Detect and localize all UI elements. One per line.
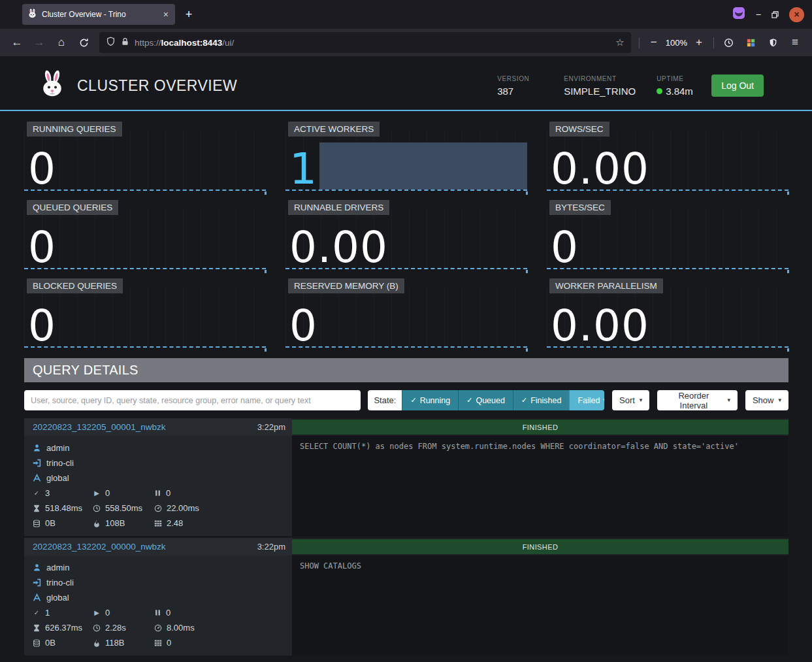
menu-icon[interactable]: ≡ <box>785 32 805 53</box>
query-header-left: 20220823_132205_00001_nwbzk 3:22pm <box>24 418 292 436</box>
splits-queued: 0 <box>166 608 171 618</box>
sparkline <box>285 288 527 348</box>
query-source: trino-cli <box>46 458 74 468</box>
splits-running: 0 <box>105 488 110 498</box>
protections-shield-icon[interactable] <box>762 32 783 53</box>
query-meta-panel: admin trino-cli global ✓1 ▶0 0 626.37ms … <box>24 555 292 655</box>
reorder-interval-dropdown[interactable]: Reorder Interval▾ <box>657 390 738 410</box>
back-button[interactable]: ← <box>7 32 27 53</box>
trino-favicon <box>27 8 37 21</box>
database-icon <box>33 639 41 647</box>
state-finished-button[interactable]: ✓Finished <box>513 390 569 410</box>
query-details-header: QUERY DETAILS <box>24 358 788 382</box>
hourglass-icon <box>33 505 41 512</box>
show-dropdown[interactable]: Show▾ <box>745 390 788 410</box>
cpu-gauge-icon <box>154 505 162 512</box>
state-failed-dropdown[interactable]: Failed▾ <box>569 390 604 410</box>
sort-dropdown[interactable]: Sort▾ <box>612 390 649 410</box>
source-icon <box>33 578 41 587</box>
check-icon: ✓ <box>521 396 527 405</box>
close-button[interactable]: × <box>789 7 804 22</box>
play-icon: ▶ <box>93 609 101 616</box>
cpu-time: 22.00ms <box>167 503 199 513</box>
user-icon <box>33 563 41 572</box>
query-sql-panel: SELECT COUNT(*) as nodes FROM system.run… <box>292 436 788 536</box>
check-icon: ✓ <box>33 489 41 497</box>
extension-pinwheel-icon[interactable] <box>740 32 761 53</box>
state-filter-group: State: ✓Running ✓Queued ✓Finished Failed… <box>368 390 604 410</box>
tracking-shield-icon[interactable] <box>106 37 116 49</box>
stat-label: ACTIVE WORKERS <box>288 122 380 137</box>
database-icon <box>33 520 41 527</box>
query-progress-track: FINISHED <box>292 538 788 555</box>
trino-logo[interactable] <box>38 70 67 101</box>
source-icon <box>33 459 41 467</box>
state-label: State: <box>368 390 402 410</box>
parallelism: 0 <box>167 638 171 648</box>
tab-close-icon[interactable]: × <box>162 9 170 20</box>
query-filter-input[interactable] <box>24 390 361 410</box>
stat-value: 0.00 <box>551 306 649 347</box>
query-id-link[interactable]: 20220823_132202_00000_nwbzk <box>33 542 165 552</box>
trino-cluster-overview-page: CLUSTER OVERVIEW VERSION 387 ENVIRONMENT… <box>0 56 812 662</box>
logout-button[interactable]: Log Out <box>711 74 764 97</box>
lock-icon[interactable] <box>121 37 129 48</box>
query-user: admin <box>46 443 69 453</box>
minimize-button[interactable]: − <box>756 9 761 20</box>
history-icon[interactable] <box>718 32 739 53</box>
toolbar-divider <box>713 37 714 48</box>
query-sql-text: SELECT COUNT(*) as nodes FROM system.run… <box>292 436 788 457</box>
zoom-in-button[interactable]: + <box>691 32 707 53</box>
stat-tile-bytes-sec: BYTES/SEC 0 <box>547 200 788 269</box>
stat-label: BLOCKED QUERIES <box>27 278 123 293</box>
restore-button[interactable] <box>771 11 779 18</box>
uptime-meta: UPTIME 3.84m <box>657 75 702 97</box>
splits-completed: 1 <box>45 608 50 618</box>
stat-label: RESERVED MEMORY (B) <box>288 278 404 293</box>
state-running-button[interactable]: ✓Running <box>402 390 458 410</box>
wall-time: 2.28s <box>105 623 126 633</box>
uptime-status-dot <box>657 88 662 94</box>
state-queued-button[interactable]: ✓Queued <box>458 390 513 410</box>
query-meta-panel: admin trino-cli global ✓3 ▶0 0 518.48ms … <box>24 436 292 536</box>
page-header: CLUSTER OVERVIEW VERSION 387 ENVIRONMENT… <box>0 56 812 111</box>
flame-icon <box>93 639 101 647</box>
stat-label: RUNNABLE DRIVERS <box>288 200 389 215</box>
stat-label: QUEUED QUERIES <box>27 200 118 215</box>
container-extension-icon[interactable] <box>732 7 745 22</box>
chevron-down-icon: ▾ <box>778 397 781 403</box>
stat-label: ROWS/SEC <box>549 122 609 137</box>
version-meta: VERSION 387 <box>497 75 543 97</box>
url-text: https://localhost:8443/ui/ <box>135 38 234 48</box>
check-icon: ✓ <box>410 396 416 405</box>
zoom-out-button[interactable]: − <box>646 32 662 53</box>
uptime-value: 3.84m <box>666 86 693 97</box>
stat-value: 0 <box>289 306 317 347</box>
forward-button[interactable]: → <box>29 32 50 53</box>
zoom-level[interactable]: 100% <box>666 38 687 48</box>
clock-icon <box>93 505 101 512</box>
query-id-link[interactable]: 20220823_132205_00001_nwbzk <box>33 422 165 432</box>
play-icon: ▶ <box>93 489 101 497</box>
chevron-down-icon: ▾ <box>640 397 643 403</box>
hourglass-icon <box>33 624 41 632</box>
query-sql-text: SHOW CATALOGS <box>292 555 788 576</box>
query-card: 20220823_132202_00000_nwbzk 3:22pm FINIS… <box>24 538 788 655</box>
browser-tab[interactable]: Cluster Overview - Trino × <box>22 4 175 25</box>
query-source: trino-cli <box>46 578 74 588</box>
sparkline-area-fill <box>319 142 527 190</box>
stat-value: 0 <box>551 227 579 269</box>
new-tab-button[interactable]: + <box>179 5 199 24</box>
reload-button[interactable] <box>73 32 94 53</box>
stat-tile-running-queries: RUNNING QUERIES 0 <box>24 122 266 191</box>
stat-label: RUNNING QUERIES <box>27 122 122 137</box>
query-time: 3:22pm <box>257 542 285 552</box>
stat-tile-blocked-queries: BLOCKED QUERIES 0 <box>24 278 266 348</box>
sparkline <box>547 209 788 269</box>
url-bar[interactable]: https://localhost:8443/ui/ ☆ <box>99 32 631 53</box>
queued-time: 626.37ms <box>45 623 82 633</box>
query-resource-group: global <box>46 473 69 483</box>
home-button[interactable]: ⌂ <box>51 32 72 53</box>
cluster-stats-grid: RUNNING QUERIES 0 ACTIVE WORKERS 1 ROWS/… <box>24 122 788 348</box>
bookmark-star-icon[interactable]: ☆ <box>615 37 624 48</box>
